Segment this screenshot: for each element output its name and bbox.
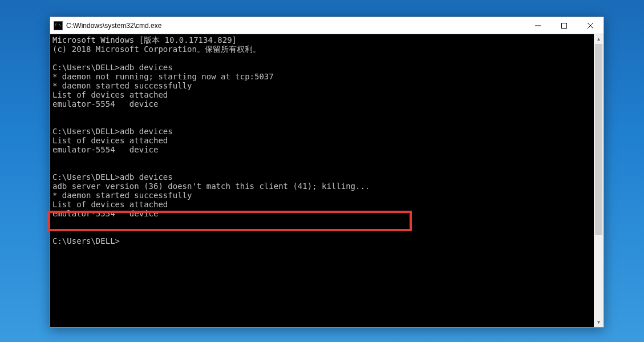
window-title: C:\Windows\system32\cmd.exe bbox=[66, 22, 525, 30]
scroll-down-arrow[interactable]: ▼ bbox=[594, 317, 604, 327]
cmd-icon bbox=[54, 21, 63, 30]
titlebar[interactable]: C:\Windows\system32\cmd.exe bbox=[50, 17, 604, 34]
cmd-window: C:\Windows\system32\cmd.exe Microsoft Wi… bbox=[50, 17, 604, 328]
scroll-thumb[interactable] bbox=[595, 44, 602, 235]
terminal-output[interactable]: Microsoft Windows [版本 10.0.17134.829] (c… bbox=[50, 34, 594, 327]
maximize-button[interactable] bbox=[551, 17, 577, 34]
minimize-button[interactable] bbox=[525, 17, 551, 34]
close-button[interactable] bbox=[577, 17, 604, 34]
svg-rect-1 bbox=[562, 23, 567, 28]
scroll-track[interactable] bbox=[594, 44, 604, 317]
terminal-area: Microsoft Windows [版本 10.0.17134.829] (c… bbox=[50, 34, 604, 327]
scrollbar[interactable]: ▲ ▼ bbox=[594, 34, 604, 327]
scroll-up-arrow[interactable]: ▲ bbox=[594, 34, 604, 44]
window-controls bbox=[525, 17, 604, 34]
